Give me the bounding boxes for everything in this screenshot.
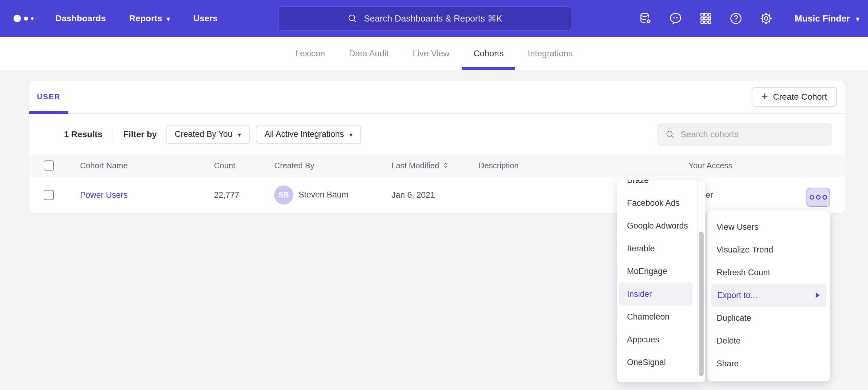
cohort-type-tabs: USER + Create Cohort [29,80,845,114]
search-icon [347,13,358,24]
tab-cohorts[interactable]: Cohorts [473,37,503,70]
last-modified-cell: Jan 6, 2021 [392,190,435,200]
project-tabs: Lexicon Data Audit Live View Cohorts Int… [0,37,868,70]
cohort-count: 22,777 [214,190,240,200]
app: Dashboards Reports ▾ Users Search Dashbo… [0,0,868,390]
integrations-filter-dropdown[interactable]: All Active Integrations ▾ [256,125,361,144]
cohort-actions-menu: View Users Visualize Trend Refresh Count… [707,210,830,381]
feedback-icon[interactable] [669,11,683,26]
search-cohorts-input[interactable]: Search cohorts [657,123,832,146]
menu-item-google-adwords[interactable]: Google Adwords [617,215,697,237]
primary-nav: Dashboards Reports ▾ Users [55,13,218,23]
cohort-name-link[interactable]: Power Users [80,190,128,200]
tab-lexicon[interactable]: Lexicon [295,37,325,70]
global-search-input[interactable]: Search Dashboards & Reports ⌘K [278,6,571,30]
column-created-by[interactable]: Created By [274,161,314,170]
apps-grid-icon[interactable] [699,11,713,26]
create-cohort-label: Create Cohort [773,92,827,102]
menu-item-share[interactable]: Share [707,352,830,375]
results-count: 1 Results [64,129,102,139]
created-by-filter-dropdown[interactable]: Created By You ▾ [166,125,250,144]
top-nav-bar: Dashboards Reports ▾ Users Search Dashbo… [0,0,868,37]
column-cohort-name[interactable]: Cohort Name [80,161,128,170]
menu-item-delete[interactable]: Delete [707,329,830,352]
tab-integrations[interactable]: Integrations [528,37,572,70]
export-destinations-menu: Braze Facebook Ads Google Adwords Iterab… [617,180,705,382]
column-last-modified[interactable]: Last Modified [392,161,449,170]
export-destinations-list: Braze Facebook Ads Google Adwords Iterab… [617,180,697,382]
created-by-cell: SB Steven Baum [274,186,348,204]
menu-item-refresh-count[interactable]: Refresh Count [707,261,830,284]
tab-data-audit[interactable]: Data Audit [349,37,389,70]
tab-user-cohorts[interactable]: USER [29,80,68,113]
chevron-down-icon: ▾ [856,16,859,23]
integrations-filter-value: All Active Integrations [265,129,344,139]
dot-icon [809,195,814,200]
nav-reports-label: Reports [129,13,162,23]
data-management-icon[interactable] [639,11,653,26]
dot-icon [823,195,827,200]
filter-toolbar: 1 Results Filter by Created By You ▾ All… [29,114,845,155]
mixpanel-logo-icon[interactable] [13,15,48,22]
cohorts-card: USER + Create Cohort 1 Results Filter by… [29,80,845,214]
filter-by-label: Filter by [123,129,157,139]
submenu-arrow-icon [816,292,820,298]
project-selector[interactable]: Music Finder ▾ [795,13,859,24]
scrollbar-thumb[interactable] [699,232,704,376]
menu-item-onesignal[interactable]: OneSignal [617,351,697,374]
menu-item-export-to[interactable]: Export to... [711,284,827,307]
column-last-modified-label: Last Modified [392,161,439,170]
column-count[interactable]: Count [214,161,235,170]
search-icon [665,129,675,139]
menu-item-duplicate[interactable]: Duplicate [707,307,830,329]
settings-gear-icon[interactable] [759,11,773,26]
menu-item-facebook-ads[interactable]: Facebook Ads [617,192,697,215]
chevron-down-icon: ▾ [349,132,352,138]
menu-item-braze[interactable]: Braze [617,180,697,192]
help-icon[interactable] [729,11,743,26]
column-description[interactable]: Description [478,161,519,170]
sort-icon[interactable] [442,161,449,170]
menu-item-iterable[interactable]: Iterable [617,237,697,260]
table-row[interactable]: Power Users 22,777 SB Steven Baum Jan 6,… [29,176,845,214]
nav-dashboards[interactable]: Dashboards [55,13,106,23]
export-to-label: Export to... [717,291,757,300]
avatar: SB [274,186,293,204]
row-more-actions-button[interactable] [806,188,830,207]
created-by-filter-value: Created By You [175,129,232,139]
dot-icon [816,195,820,200]
nav-reports[interactable]: Reports ▾ [129,13,170,23]
menu-item-chameleon[interactable]: Chameleon [617,305,697,328]
menu-item-appcues[interactable]: Appcues [617,328,697,351]
plus-icon: + [762,90,768,103]
chevron-down-icon: ▾ [166,16,170,23]
menu-item-moengage[interactable]: MoEngage [617,260,697,283]
created-by-name: Steven Baum [299,190,348,200]
menu-item-visualize-trend[interactable]: Visualize Trend [707,238,830,261]
table-header: Cohort Name Count Created By Last Modifi… [29,155,845,176]
topbar-actions: Music Finder ▾ [639,11,859,26]
divider [113,128,113,141]
search-cohorts-placeholder: Search cohorts [681,129,738,139]
menu-item-view-users[interactable]: View Users [707,216,830,238]
menu-item-insider[interactable]: Insider [619,283,693,305]
select-all-checkbox[interactable] [44,160,54,170]
chevron-down-icon: ▾ [238,132,241,138]
row-checkbox[interactable] [44,190,54,200]
scrollbar-track [697,180,705,382]
tab-live-view[interactable]: Live View [413,37,450,70]
create-cohort-button[interactable]: + Create Cohort [752,87,837,107]
column-your-access[interactable]: Your Access [688,161,732,170]
global-search-placeholder: Search Dashboards & Reports ⌘K [364,13,502,24]
nav-users[interactable]: Users [193,13,218,23]
project-name: Music Finder [795,13,850,24]
